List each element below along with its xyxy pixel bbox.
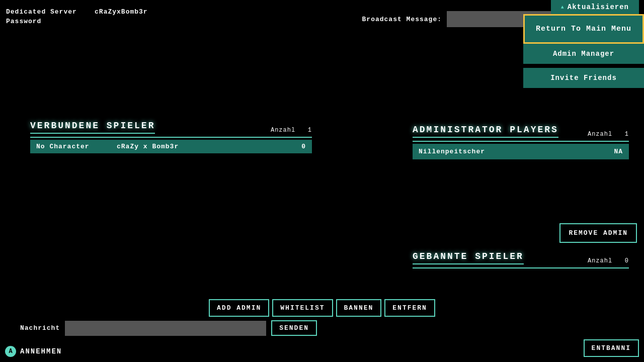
aktualisieren-button[interactable]: Aktualisieren (551, 0, 639, 14)
return-to-main-menu-button[interactable]: Return To Main Menu (523, 14, 644, 44)
password-label: Password (6, 18, 148, 25)
server-info: Dedicated Server cRaZyxBomb3r (6, 8, 148, 16)
annehmen-row: A ANNEHMEN (5, 346, 62, 357)
verbundene-spieler-title: VERBUNDENE SPIELER (30, 121, 155, 134)
banned-divider (413, 267, 629, 268)
whitelist-button[interactable]: WHITELIST (272, 299, 333, 317)
player-name: cRaZy x Bomb3r (117, 143, 286, 150)
administrator-players-panel: ADMINISTRATOR PLAYERS Anzahl 1 Nillenpei… (413, 125, 629, 159)
server-name: cRaZyxBomb3r (95, 8, 148, 16)
admin-region: NA (583, 148, 623, 155)
bannen-button[interactable]: BANNEN (336, 299, 382, 317)
entbanni-button[interactable]: ENTBANNI (584, 339, 639, 357)
player-char: No Character (36, 143, 117, 150)
verbundene-spieler-panel: VERBUNDENE SPIELER Anzahl 1 No Character… (30, 121, 312, 153)
table-row[interactable]: No Character cRaZy x Bomb3r 0 (30, 140, 312, 153)
broadcast-label: Broadcast Message: (362, 16, 442, 23)
add-admin-button[interactable]: ADD ADMIN (209, 299, 269, 317)
admin-header-row: ADMINISTRATOR PLAYERS Anzahl 1 (413, 125, 629, 138)
gebannte-spieler-panel: GEBANNTE SPIELER Anzahl 0 (413, 251, 629, 268)
nachricht-row: Nachricht SENDEN (20, 320, 317, 336)
admin-divider (413, 141, 629, 142)
player-score: 0 (286, 143, 306, 150)
invite-friends-button[interactable]: Invite Friends (523, 68, 644, 88)
banned-header-row: GEBANNTE SPIELER Anzahl 0 (413, 251, 629, 264)
admin-manager-button[interactable]: Admin Manager (523, 44, 644, 64)
banned-anzahl: Anzahl 0 (588, 257, 629, 264)
entfern-button[interactable]: ENTFERN (384, 299, 435, 317)
senden-button[interactable]: SENDEN (271, 320, 317, 336)
bottom-action-buttons: ADD ADMIN WHITELIST BANNEN ENTFERN (0, 299, 644, 317)
gebannte-spieler-title: GEBANNTE SPIELER (413, 251, 524, 264)
admin-name: Nillenpeitscher (419, 148, 583, 155)
verbundene-header-row: VERBUNDENE SPIELER Anzahl 1 (30, 121, 312, 134)
remove-admin-button[interactable]: REMOVE ADMIN (559, 223, 637, 243)
nachricht-label: Nachricht (20, 324, 60, 332)
admin-anzahl: Anzahl 1 (588, 131, 629, 138)
verbundene-anzahl: Anzahl 1 (271, 127, 312, 134)
dedicated-server-label: Dedicated Server (6, 8, 77, 16)
administrator-players-title: ADMINISTRATOR PLAYERS (413, 125, 558, 138)
annehmen-label: ANNEHMEN (20, 347, 62, 355)
verbundene-divider (30, 137, 312, 138)
right-menu: Aktualisieren Return To Main Menu Admin … (523, 0, 644, 88)
nachricht-input[interactable] (65, 321, 266, 336)
table-row[interactable]: Nillenpeitscher NA (413, 144, 629, 159)
annehmen-icon: A (5, 346, 16, 357)
